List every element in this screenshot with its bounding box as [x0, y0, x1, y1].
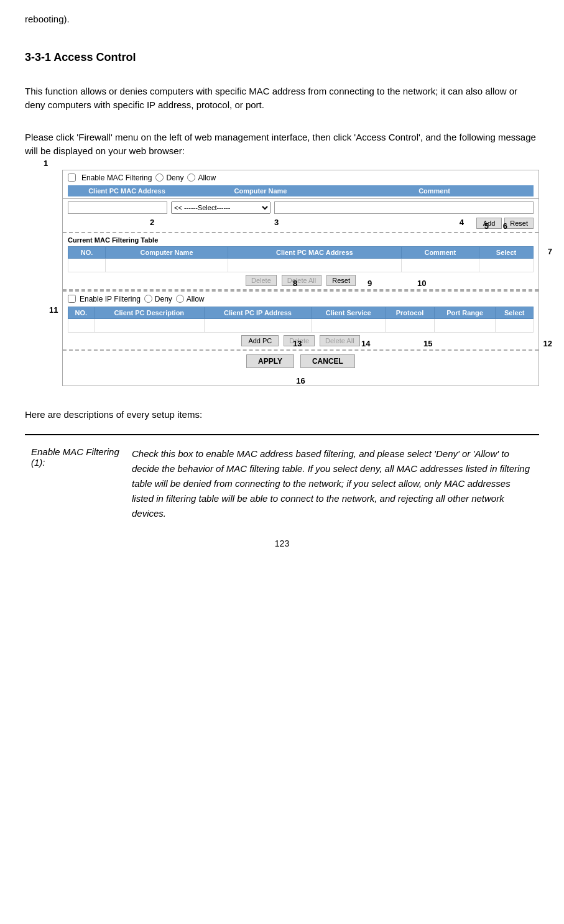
desc-term-1: Enable MAC Filtering (1): [26, 444, 126, 524]
apply-cancel-row: APPLY CANCEL 16 [63, 351, 539, 373]
th-comment2: Comment [401, 246, 479, 258]
mac-filter-table: NO. Computer Name Client PC MAC Address … [68, 246, 534, 272]
mac-filter-top-section: Enable MAC Filtering Deny Allow Client P… [63, 170, 539, 199]
table-row [68, 318, 534, 332]
mac-input-row: << ------Select------ [63, 199, 539, 216]
label-13: 13 [293, 339, 302, 348]
ip-allow-label: Allow [187, 295, 205, 303]
add-pc-button[interactable]: Add PC [241, 335, 279, 346]
divider [25, 434, 539, 435]
label-10: 10 [417, 279, 426, 288]
reset-button-2[interactable]: Reset [326, 275, 356, 286]
col-header-comment: Comment [335, 185, 534, 196]
th-ip: Client PC IP Address [205, 307, 312, 318]
apply-button[interactable]: APPLY [246, 354, 294, 368]
desc-def-1: Check this box to enable MAC address bas… [127, 444, 538, 524]
mac-table-buttons: Delete Delete All Reset [68, 275, 534, 286]
table-row [68, 258, 534, 272]
mac-table-section: Current MAC Filtering Table NO. Computer… [63, 232, 539, 290]
delete-button[interactable]: Delete [246, 275, 277, 286]
th-select2: Select [496, 307, 534, 318]
mac-buttons-row: Add Reset [63, 216, 539, 232]
label-9: 9 [368, 279, 372, 288]
add-button[interactable]: Add [476, 218, 502, 229]
comment-input[interactable] [274, 201, 534, 214]
th-port: Port Range [434, 307, 496, 318]
th-computer: Computer Name [105, 246, 228, 258]
enable-mac-checkbox[interactable] [68, 173, 76, 182]
ip-delete-all-button[interactable]: Delete All [320, 335, 359, 346]
enable-ip-checkbox[interactable] [68, 295, 76, 303]
ip-filter-section: Enable IP Filtering Deny Allow NO. Clien… [63, 290, 539, 351]
th-service: Client Service [312, 307, 386, 318]
col-header-computer: Computer Name [186, 185, 335, 196]
ip-deny-radio[interactable] [144, 295, 152, 303]
deny-radio[interactable] [155, 173, 164, 182]
ip-filter-table: NO. Client PC Description Client PC IP A… [68, 307, 534, 333]
label-3: 3 [274, 218, 279, 227]
th-select: Select [479, 246, 534, 258]
label-8: 8 [293, 279, 297, 288]
reset-button[interactable]: Reset [504, 218, 534, 229]
th-no: NO. [68, 246, 106, 258]
page-number: 123 [25, 537, 539, 550]
label-4: 4 [460, 218, 464, 227]
mac-address-input[interactable] [68, 201, 167, 214]
label-14: 14 [361, 339, 370, 348]
label-11: 11 [49, 305, 58, 315]
ip-allow-radio[interactable] [176, 295, 184, 303]
delete-all-button[interactable]: Delete All [282, 275, 321, 286]
computer-name-select[interactable]: << ------Select------ [171, 201, 270, 214]
label-5: 5 [484, 221, 489, 231]
mac-table-title: Current MAC Filtering Table [68, 236, 534, 244]
th-desc: Client PC Description [94, 307, 204, 318]
th-protocol: Protocol [386, 307, 434, 318]
label-15: 15 [423, 339, 432, 348]
para2: Please click 'Firewall' menu on the left… [25, 131, 539, 159]
label-6: 6 [503, 221, 507, 231]
para1: This function allows or denies computers… [25, 85, 539, 113]
ip-deny-label: Deny [155, 295, 172, 303]
allow-radio[interactable] [187, 173, 195, 182]
section-title: 3-3-1 Access Control [25, 51, 539, 64]
th-no2: NO. [68, 307, 95, 318]
th-mac2: Client PC MAC Address [228, 246, 401, 258]
description-table: Enable MAC Filtering (1): Check this box… [25, 443, 539, 525]
label-7: 7 [548, 247, 552, 256]
label-2: 2 [150, 218, 154, 227]
label-12: 12 [543, 339, 552, 348]
label-1: 1 [44, 159, 48, 168]
deny-label: Deny [166, 173, 183, 182]
enable-mac-label: Enable MAC Filtering [81, 173, 152, 182]
col-header-mac: Client PC MAC Address [68, 185, 186, 196]
cancel-button[interactable]: CANCEL [300, 354, 355, 368]
rebooting-text: rebooting). [25, 12, 539, 27]
enable-ip-label: Enable IP Filtering [80, 295, 141, 303]
here-text: Here are descriptions of every setup ite… [25, 408, 539, 422]
allow-label: Allow [198, 173, 216, 182]
label-16: 16 [296, 376, 305, 386]
